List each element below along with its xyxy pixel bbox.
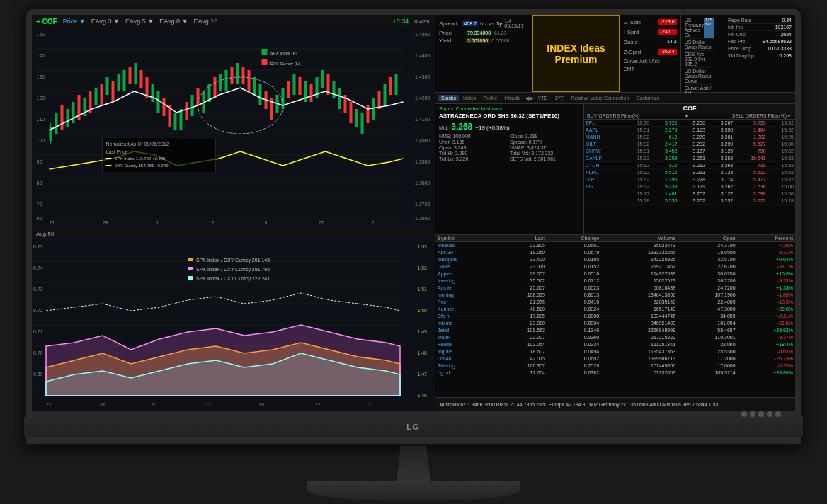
td-change: 0.0712 bbox=[547, 277, 601, 285]
bottom-chart-toolbar: Aug 50 bbox=[32, 227, 435, 240]
control-btn-1[interactable] bbox=[741, 411, 747, 417]
cof-t1: 15:32 bbox=[623, 176, 651, 183]
td-last: 102.054 bbox=[494, 341, 547, 348]
cof-order-row: OILT 15:32 2.417 3.282 3.299 5.527 15:30 bbox=[584, 141, 795, 148]
td-last: 18.607 bbox=[494, 348, 547, 355]
cof-s2: 1.536 bbox=[734, 183, 767, 190]
cof-s1: 3.363 bbox=[707, 162, 734, 169]
td-last: 25.607 bbox=[494, 285, 547, 292]
cof-s1: 3.267 bbox=[707, 120, 734, 127]
tab-notes[interactable]: Notes bbox=[460, 95, 479, 101]
control-btn-4[interactable] bbox=[767, 411, 772, 417]
td-percent: -1.89% bbox=[738, 292, 795, 299]
cof-name: PIR bbox=[584, 183, 623, 190]
td-last: 109.563 bbox=[494, 327, 547, 334]
td-change: 0.0410 bbox=[547, 299, 601, 306]
svg-rect-101 bbox=[262, 49, 268, 55]
tab-profile[interactable]: Profile bbox=[480, 95, 500, 101]
cof-s2: 718 bbox=[734, 162, 767, 169]
td-last: 17.685 bbox=[494, 313, 547, 320]
ticker-text: Australia 62 1 3466 3600 Brazil 20 44 73… bbox=[440, 402, 719, 407]
svg-text:1.50: 1.50 bbox=[417, 308, 427, 313]
cof-order-row: AAPL 15:31 2.278 3.123 3.398 1.464 15:32 bbox=[584, 127, 795, 134]
tab-customize[interactable]: Customize bbox=[633, 95, 662, 101]
td-volume: 1399906713 bbox=[601, 355, 678, 362]
cof-t2: 15:32 bbox=[768, 176, 795, 183]
td-symbol: Indexes bbox=[435, 242, 494, 249]
control-btn-3[interactable] bbox=[758, 411, 764, 417]
td-percent: +29.82% bbox=[738, 327, 795, 334]
control-btn-5[interactable] bbox=[775, 411, 781, 417]
spread-value: 468.7 bbox=[462, 21, 478, 26]
tab-ytd[interactable]: YTD bbox=[535, 95, 550, 101]
top-chart-svg: 1.4500 1.4400 1.4300 1.4200 1.4100 1.400… bbox=[32, 28, 435, 227]
svg-rect-140 bbox=[188, 267, 193, 270]
svg-text:SPX Index / DXY Cumcy  201.145: SPX Index / DXY Cumcy 201.145 bbox=[196, 258, 270, 263]
svg-text:Last Price: Last Price bbox=[106, 149, 128, 154]
td-symbol: Ingure bbox=[435, 348, 494, 355]
bottom-chart-svg: 1.53 1.52 1.51 1.50 1.49 1.48 1.47 1.46 bbox=[32, 240, 428, 411]
td-symbol: Feedix bbox=[435, 341, 494, 348]
td-open: 109.5714 bbox=[678, 370, 738, 377]
cof-t1: 15:17 bbox=[623, 190, 651, 197]
cof-b1: 112 bbox=[651, 162, 678, 169]
svg-text:2: 2 bbox=[372, 220, 375, 225]
spread-pct: Spread: 0.17% bbox=[510, 139, 580, 144]
cof-name: CHRW bbox=[584, 148, 623, 155]
svg-text:70: 70 bbox=[37, 202, 42, 207]
table-body: Indexes 23.905 0.0561 15023473 24.3700 -… bbox=[435, 242, 795, 377]
td-percent: -0.63% bbox=[738, 348, 795, 355]
cof-b2: 3.267 bbox=[679, 197, 707, 205]
g-sprd-value: -213.6 bbox=[658, 19, 677, 25]
cof-order-row: PIR 15:32 5.338 3.129 3.262 1.536 15:00 bbox=[584, 183, 795, 190]
ylddrop-val: 0.268 bbox=[779, 53, 792, 58]
data-table: Symbol Last Change Volume Open Percent I… bbox=[435, 235, 795, 377]
td-volume: 62835168 bbox=[601, 299, 678, 306]
chart-symbol: + COF bbox=[36, 18, 57, 25]
cof-s2: 3.722 bbox=[734, 197, 767, 205]
td-open: 36.2700 bbox=[678, 277, 738, 285]
control-btn-2[interactable] bbox=[750, 411, 755, 417]
eavg10-label: EAvg 10 bbox=[193, 18, 217, 25]
svg-rect-46 bbox=[135, 63, 137, 84]
svg-rect-99 bbox=[106, 165, 112, 166]
rate-right-4: Fed Prc 94.65689633 bbox=[728, 38, 792, 45]
svg-rect-66 bbox=[248, 70, 251, 91]
td-last: 23.905 bbox=[494, 242, 547, 249]
tab-arrows[interactable]: ◀ ▶ bbox=[525, 96, 534, 101]
svg-rect-65 bbox=[242, 67, 245, 84]
svg-rect-41 bbox=[106, 77, 109, 95]
svg-rect-35 bbox=[72, 102, 75, 123]
td-volume: 111251841 bbox=[601, 341, 678, 348]
monitor-brand: LG bbox=[406, 423, 420, 431]
svg-text:Nomalized As Of 09/06/2012: Nomalized As Of 09/06/2012 bbox=[106, 142, 169, 147]
rate-right-3: Fin Cost 2684 bbox=[728, 31, 792, 38]
svg-rect-64 bbox=[236, 63, 239, 84]
tab-1yf[interactable]: 1YF bbox=[552, 95, 566, 101]
pct-change: 0.42% bbox=[414, 18, 430, 25]
svg-text:0.69: 0.69 bbox=[33, 372, 43, 377]
rates-right: Repo Rate 0.34 Int. Inc. 102167 Fin Cost… bbox=[728, 17, 792, 103]
price-ref: 61.23 bbox=[494, 30, 507, 35]
z-sprd-value: -262.4 bbox=[658, 49, 677, 55]
svg-text:80: 80 bbox=[37, 181, 42, 185]
td-last: 21.075 bbox=[494, 299, 547, 306]
cof-order-row: 15:28 5.535 3.267 3.252 3.722 15:28 bbox=[584, 197, 795, 205]
table-row: Pder 21.075 0.0410 62835168 22.4809 -18.… bbox=[435, 299, 795, 306]
cof-s1: 3.125 bbox=[707, 148, 734, 155]
tab-stocks[interactable]: Stocks bbox=[438, 95, 459, 101]
tab-relative[interactable]: Relative Value Connection bbox=[568, 95, 632, 101]
svg-rect-34 bbox=[67, 109, 69, 127]
tab-intradie[interactable]: Intradie bbox=[501, 95, 523, 101]
td-change: 0.0024 bbox=[547, 306, 601, 313]
cof-s2: 3.590 bbox=[734, 190, 767, 197]
td-last: 23.070 bbox=[494, 263, 547, 270]
cof-b1: 5.535 bbox=[651, 197, 678, 205]
td-volume: 101449856 bbox=[601, 362, 678, 370]
td-symbol: Loo48 bbox=[435, 355, 494, 362]
svg-rect-61 bbox=[219, 74, 222, 91]
td-open: 47.3000 bbox=[678, 306, 738, 313]
td-symbol: Gools bbox=[435, 263, 494, 270]
td-percent: +39.89% bbox=[738, 370, 795, 377]
td-change: 0.0023 bbox=[547, 285, 601, 292]
